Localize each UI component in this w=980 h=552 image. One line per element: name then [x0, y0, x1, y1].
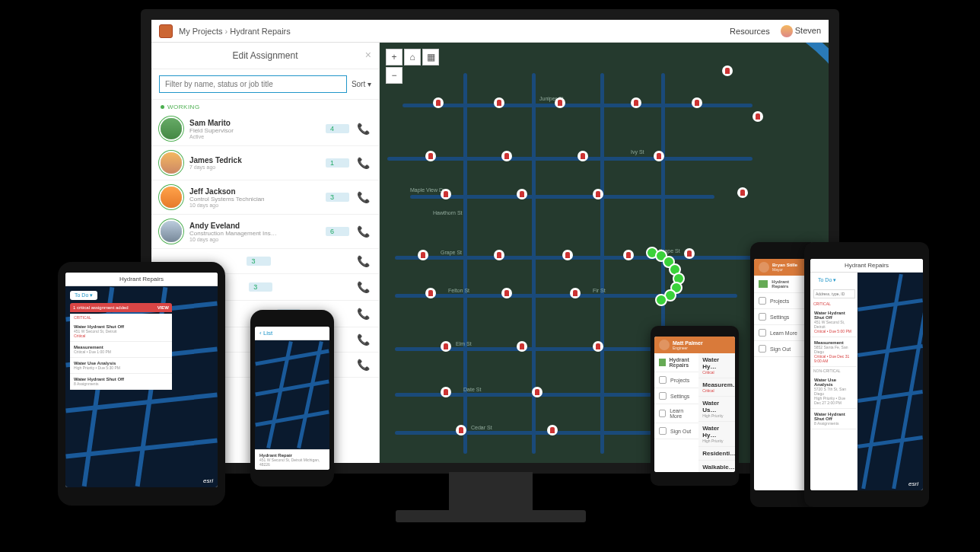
worker-row[interactable]: Andy Eveland Construction Management Ins…	[151, 215, 379, 249]
list-item[interactable]: Measurement Critical • Due 1:00 PM	[70, 342, 172, 358]
mobile-map[interactable]: esri	[858, 273, 923, 490]
todo-filter[interactable]: To Do ▾	[813, 276, 841, 285]
hydrant-marker[interactable]	[737, 187, 748, 198]
user-role: Mayor	[772, 267, 797, 272]
hydrant-marker[interactable]	[547, 425, 558, 436]
hydrant-marker[interactable]	[684, 248, 695, 259]
hydrant-marker[interactable]	[517, 341, 527, 352]
critical-banner[interactable]: 1 critical assignment added VIEW	[70, 303, 172, 312]
list-item[interactable]: Walkable…	[698, 461, 735, 472]
hydrant-marker[interactable]	[692, 97, 702, 108]
worker-status: 7 days ago	[189, 164, 318, 170]
hydrant-marker[interactable]	[517, 189, 527, 199]
breadcrumb-root[interactable]: My Projects	[179, 27, 222, 36]
sort-dropdown[interactable]: Sort ▾	[352, 80, 371, 88]
assignment-card[interactable]: Hydrant Repair 451 W Second St, Detroit …	[255, 449, 329, 470]
menu-item-signout[interactable]: Sign Out	[754, 341, 807, 357]
hydrant-marker[interactable]	[578, 151, 588, 161]
project-row[interactable]: Hydrant Repairs	[754, 276, 807, 293]
hydrant-marker[interactable]	[562, 250, 573, 260]
banner-view[interactable]: VIEW	[158, 305, 169, 310]
back-button[interactable]: ‹ List	[255, 327, 329, 340]
list-item[interactable]: Measurement5852 Santa Fe, San DiegoCriti…	[810, 337, 857, 367]
search-input[interactable]	[813, 289, 855, 298]
folder-icon	[659, 376, 667, 384]
worker-location[interactable]	[655, 294, 667, 306]
hydrant-marker[interactable]	[418, 250, 428, 260]
monitor-stand	[449, 472, 533, 514]
worker-row[interactable]: Jeff Jackson Control Systems Technician …	[151, 180, 379, 215]
menu-item-learn[interactable]: Learn More	[754, 325, 807, 341]
close-icon[interactable]: ×	[365, 49, 371, 61]
phone-icon[interactable]: 📞	[357, 191, 370, 203]
worker-row[interactable]: James Tedrick 7 days ago 1 📞	[151, 146, 379, 180]
mobile-map[interactable]: To Do ▾ 1 critical assignment added VIEW…	[65, 286, 218, 487]
list-item[interactable]: Water Hydrant Shut Off 8 Assignments	[70, 374, 172, 390]
list-item[interactable]: Water Us…High Priority	[698, 397, 735, 422]
phone-icon[interactable]: 📞	[357, 123, 370, 135]
card-title: Residenti…	[702, 450, 731, 457]
list-item[interactable]: Measurem…Critical	[698, 378, 735, 397]
hydrant-marker[interactable]	[501, 288, 512, 298]
hydrant-marker[interactable]	[722, 65, 733, 76]
hydrant-marker[interactable]	[441, 387, 451, 397]
resources-link[interactable]: Resources	[730, 27, 770, 36]
hydrant-marker[interactable]	[425, 151, 436, 161]
card-sub: 5852 Santa Fe, San Diego	[814, 345, 853, 354]
hydrant-marker[interactable]	[654, 151, 664, 161]
hydrant-marker[interactable]	[623, 250, 634, 260]
road	[395, 256, 752, 260]
menu-item-settings[interactable]: Settings	[754, 309, 807, 325]
list-item[interactable]: Water Hydrant Shut Off451 W Second St, D…	[810, 308, 857, 337]
home-button[interactable]: ⌂	[404, 49, 421, 65]
user-avatar-icon	[781, 25, 793, 37]
hydrant-marker[interactable]	[501, 151, 512, 161]
mobile-map[interactable]	[255, 340, 329, 449]
hydrant-marker[interactable]	[555, 97, 565, 108]
menu-item-projects[interactable]: Projects	[654, 372, 698, 388]
list-item[interactable]: Water Hy…Critical	[698, 353, 735, 378]
hydrant-marker[interactable]	[752, 111, 763, 122]
hydrant-marker[interactable]	[433, 97, 444, 108]
phone-icon[interactable]: 📞	[357, 157, 370, 169]
hydrant-marker[interactable]	[441, 189, 451, 199]
todo-filter[interactable]: To Do ▾	[70, 291, 97, 300]
phone-icon[interactable]: 📞	[357, 255, 370, 267]
menu-item-signout[interactable]: Sign Out	[654, 423, 698, 439]
phone-icon[interactable]: 📞	[357, 333, 370, 346]
phone-icon[interactable]: 📞	[357, 308, 370, 320]
hydrant-marker[interactable]	[532, 387, 542, 397]
zoom-out-button[interactable]: −	[386, 67, 402, 84]
phone-icon[interactable]: 📞	[357, 281, 370, 293]
list-item[interactable]: Water Hydrant Shut Off 451 W Second St, …	[70, 321, 172, 342]
list-item[interactable]: Water Hydrant Shut Off8 Assignments	[810, 409, 857, 429]
hydrant-marker[interactable]	[593, 189, 603, 199]
menu-item-projects[interactable]: Projects	[754, 293, 807, 309]
filter-input[interactable]	[159, 75, 347, 93]
user-menu[interactable]: Steven	[781, 25, 821, 37]
phone-icon[interactable]: 📞	[357, 359, 370, 371]
hydrant-marker[interactable]	[631, 97, 641, 108]
worker-row[interactable]: Sam Marito Field Supervisor Active 4 📞	[151, 112, 379, 146]
hydrant-marker[interactable]	[593, 341, 603, 352]
hydrant-marker[interactable]	[494, 250, 504, 260]
section-label: NON-CRITICAL	[810, 367, 857, 375]
hydrant-marker[interactable]	[494, 97, 504, 108]
hydrant-marker[interactable]	[456, 425, 466, 436]
list-item[interactable]: Water Use Analysis5720 S 7th St, San Die…	[810, 375, 857, 409]
list-item[interactable]: Residenti…	[698, 447, 735, 461]
list-item[interactable]: Water Use Analysis High Priority • Due 5…	[70, 358, 172, 374]
card-tag: Critical	[702, 370, 731, 375]
hydrant-marker[interactable]	[441, 341, 451, 352]
menu-label: Projects	[770, 298, 789, 304]
menu-item-learn[interactable]: Learn More	[654, 404, 698, 423]
project-row[interactable]: Hydrant Repairs	[654, 353, 698, 372]
phone-icon[interactable]: 📞	[357, 225, 370, 238]
hydrant-marker[interactable]	[425, 288, 436, 298]
menu-item-settings[interactable]: Settings	[654, 388, 698, 404]
zoom-in-button[interactable]: +	[386, 49, 402, 65]
list-item[interactable]: Water Hy…High Priority	[698, 422, 735, 447]
hydrant-marker[interactable]	[570, 288, 581, 298]
basemap-button[interactable]: ▦	[422, 49, 439, 65]
breadcrumb[interactable]: My Projects Hydrant Repairs	[179, 27, 730, 36]
